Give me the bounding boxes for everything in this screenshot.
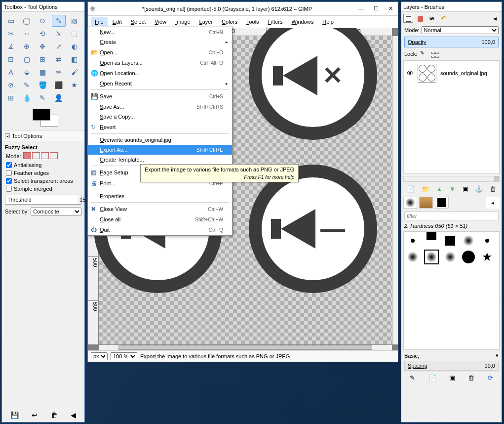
tool-button[interactable]: 💧	[20, 92, 34, 104]
menu-item-close-view[interactable]: ✖Close ViewCtrl+W	[88, 204, 232, 214]
delete-brush-icon[interactable]: 🗑	[468, 374, 474, 382]
brush-item[interactable]	[424, 316, 439, 331]
edit-brush-icon[interactable]: ✎	[410, 374, 415, 382]
tool-button[interactable]: ✎	[52, 15, 66, 27]
brush-item[interactable]	[405, 250, 420, 264]
tool-button[interactable]: ⤢	[52, 41, 66, 52]
brush-item[interactable]	[480, 250, 495, 264]
brush-item[interactable]	[443, 316, 458, 331]
scrollbar-horizontal[interactable]	[99, 344, 392, 350]
layer-group-icon[interactable]: 📁	[422, 185, 429, 193]
sample-merged-checkbox[interactable]	[6, 186, 12, 192]
scrollbar-vertical[interactable]	[392, 36, 398, 344]
brush-item[interactable]	[424, 299, 439, 314]
brush-item[interactable]	[424, 266, 439, 281]
layer-item[interactable]: 👁 sounds_original.jpg	[404, 61, 499, 85]
close-button[interactable]: ✕	[388, 5, 393, 12]
tool-button[interactable]: ⊞	[36, 53, 49, 65]
brush-item[interactable]	[480, 266, 495, 281]
brush-item[interactable]	[480, 333, 495, 347]
tool-button[interactable]: ⊕	[20, 41, 34, 52]
lock-alpha-icon[interactable]	[431, 50, 439, 58]
layers-tab-icon[interactable]: ▥	[403, 14, 413, 23]
mode-buttons[interactable]	[23, 152, 59, 160]
brush-item[interactable]	[461, 250, 476, 264]
brush-item[interactable]	[405, 283, 420, 297]
brush-item[interactable]	[461, 316, 476, 331]
unit-select[interactable]: px	[91, 352, 108, 360]
brush-item[interactable]	[461, 299, 476, 314]
menu-item-open-location[interactable]: 🌐Open Location...	[88, 68, 232, 79]
tool-button[interactable]: ✥	[36, 41, 49, 52]
lock-pixels-icon[interactable]: ✎	[420, 50, 428, 58]
brush-item[interactable]	[405, 316, 420, 331]
brush-item[interactable]	[405, 299, 420, 314]
brush-item[interactable]	[424, 233, 439, 237]
tool-button[interactable]: ✎	[20, 79, 34, 91]
brush-item[interactable]	[443, 250, 458, 264]
duplicate-brush-icon[interactable]: ▣	[449, 374, 455, 382]
menu-item-save-a-copy[interactable]: Save a Copy...	[88, 112, 232, 122]
minimize-button[interactable]: —	[358, 5, 364, 12]
menu-item-open[interactable]: 📂Open...Ctrl+O	[88, 47, 232, 58]
tool-button[interactable]: ⬚	[68, 28, 81, 40]
tool-button[interactable]: 🪣	[36, 79, 49, 91]
tool-button[interactable]: ✎	[36, 92, 49, 104]
menu-edit[interactable]: Edit	[109, 17, 126, 26]
menu-tools[interactable]: Tools	[242, 17, 263, 26]
reset-preset-icon[interactable]: ◀	[71, 411, 76, 419]
brush-item[interactable]	[480, 299, 495, 314]
menu-windows[interactable]: Windows	[288, 17, 318, 26]
save-preset-icon[interactable]: 💾	[10, 411, 19, 419]
raise-layer-icon[interactable]: ▲	[436, 185, 442, 193]
brush-item[interactable]	[461, 283, 476, 297]
restore-preset-icon[interactable]: ↩	[32, 411, 38, 419]
brush-item[interactable]	[480, 283, 495, 297]
tool-button[interactable]: ✂	[4, 28, 18, 40]
menu-help[interactable]: Help	[318, 17, 338, 26]
blend-mode-select[interactable]: Normal	[422, 26, 499, 34]
tool-button[interactable]: ⬙	[20, 66, 34, 78]
fg-bg-swatch[interactable]	[29, 109, 58, 128]
brush-item[interactable]	[424, 283, 439, 297]
select-by-dropdown[interactable]: Composite	[31, 208, 81, 215]
tool-button[interactable]: 🖌	[68, 66, 81, 78]
tool-button[interactable]: ▢	[20, 53, 34, 65]
menu-item-create-template[interactable]: Create Template...	[88, 155, 232, 165]
tool-button[interactable]: ⟲	[36, 28, 49, 40]
menu-item-open-as-layers[interactable]: Open as Layers...Ctrl+Alt+O	[88, 58, 232, 68]
menu-layer[interactable]: Layer	[195, 17, 217, 26]
transparent-option[interactable]: Select transparent areas	[5, 177, 81, 185]
brush-item[interactable]	[461, 233, 476, 248]
tool-button[interactable]: ▧	[68, 15, 81, 27]
threshold-input[interactable]: 15,0 ▲▼	[5, 195, 81, 205]
anchor-layer-icon[interactable]: ⚓	[475, 185, 483, 193]
brush-preset-row[interactable]: Basic, ▾	[401, 351, 502, 360]
feather-checkbox[interactable]	[6, 170, 12, 176]
new-layer-icon[interactable]: 📄	[407, 185, 415, 193]
brush-filter-input[interactable]	[404, 212, 499, 220]
brush-item[interactable]	[480, 233, 495, 248]
patterns-tab-icon[interactable]	[419, 197, 433, 209]
tool-button[interactable]: ⊙	[36, 15, 49, 27]
tool-button[interactable]: ★	[68, 79, 81, 91]
menu-item-revert[interactable]: ↻Revert	[88, 122, 232, 132]
duplicate-layer-icon[interactable]: ▣	[463, 185, 468, 193]
brush-item[interactable]	[405, 333, 420, 347]
transparent-checkbox[interactable]	[6, 178, 12, 184]
fg-color[interactable]	[33, 109, 50, 121]
toolbox-titlebar[interactable]: Toolbox - Tool Options	[2, 2, 84, 12]
brush-item[interactable]	[461, 266, 476, 281]
main-titlebar[interactable]: ❋ *[sounds_original] (imported)-5.0 (Gra…	[88, 2, 398, 16]
menu-filters[interactable]: Filters	[264, 17, 287, 26]
channels-tab-icon[interactable]: ▦	[415, 14, 425, 23]
brush-item[interactable]	[443, 233, 458, 248]
brush-tab-menu-icon[interactable]: ◂	[486, 197, 500, 209]
tool-button[interactable]: ⊡	[4, 53, 18, 65]
menu-file[interactable]: File	[91, 17, 108, 26]
paths-tab-icon[interactable]: ≋	[427, 14, 437, 23]
sample-merged-option[interactable]: Sample merged	[5, 185, 81, 193]
brush-item[interactable]	[461, 333, 476, 347]
tool-options-header[interactable]: ◂ Tool Options	[2, 130, 84, 141]
gradients-tab-icon[interactable]	[435, 197, 449, 209]
